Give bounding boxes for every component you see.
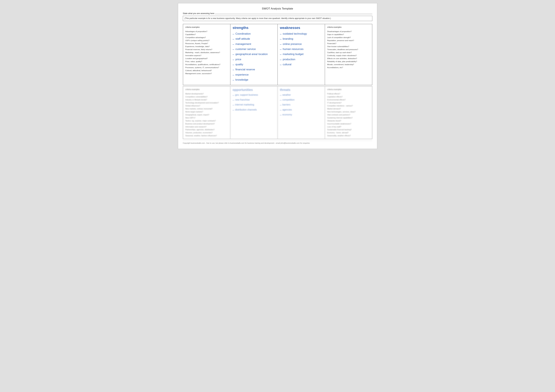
dash-icon: –: [280, 108, 282, 112]
list-item: –economy: [280, 113, 322, 117]
list-item: Lack of competitive strength?: [327, 36, 370, 39]
list-item: –branding: [280, 37, 322, 41]
dash-icon: –: [233, 37, 234, 41]
list-item: Resources, Assets, People?: [185, 42, 228, 45]
bottom-grid: criteria examples Market developments? C…: [183, 86, 372, 139]
page-title: SWOT Analysis Template: [183, 7, 372, 10]
dash-icon: –: [280, 32, 282, 36]
list-item: Cultural, attitudinal, behavioural?: [185, 69, 228, 72]
list-item: Innovative aspects?: [185, 54, 228, 57]
list-item: Location and geographical?: [185, 57, 228, 60]
list-item: Financial reserves, likely returns?: [185, 48, 228, 51]
list-item: Capabilities?: [185, 33, 228, 36]
list-item: New technologies, services, ideas?: [327, 110, 370, 113]
dash-icon: –: [233, 108, 234, 112]
list-item: –distribution channels: [233, 108, 275, 112]
list-item: –quality: [233, 63, 275, 67]
list-item: Environmental effects?: [327, 98, 370, 101]
list-item: Technology development and innovation?: [185, 101, 228, 104]
bottom-left-criteria-header: criteria examples: [185, 88, 228, 91]
list-item: Morale, commitment, leadership?: [327, 63, 370, 66]
top-grid: criteria examples Advantages of proposit…: [183, 24, 372, 85]
strengths-list: –Coordination –staff attitude –managemen…: [233, 32, 275, 82]
top-left-criteria-list: Advantages of proposition? Capabilities?…: [185, 30, 228, 75]
dash-icon: –: [233, 103, 234, 107]
list-item: Competitor intentions - various?: [327, 104, 370, 107]
list-item: Disadvantages of proposition?: [327, 30, 370, 33]
dash-icon: –: [233, 73, 234, 77]
dash-icon: –: [280, 98, 282, 102]
footer-bar: Copyright businessballs.com - free to us…: [183, 141, 372, 144]
dash-icon: –: [233, 58, 234, 62]
bottom-right-criteria-cell: criteria examples Political effects? Leg…: [325, 86, 372, 139]
list-item: Sustainable financial backing?: [327, 128, 370, 131]
list-item: Seasonality, weather effects?: [327, 134, 370, 137]
dash-icon: –: [233, 78, 234, 82]
list-item: Geographical, export, import?: [185, 113, 228, 116]
bottom-left-criteria-cell: criteria examples Market developments? C…: [183, 86, 230, 139]
dash-icon: –: [280, 48, 282, 51]
list-item: –experience: [233, 73, 275, 77]
dash-icon: –: [280, 37, 282, 41]
weaknesses-cell: weaknesses –outdated technology –brandin…: [278, 24, 325, 85]
list-item: –price: [233, 58, 275, 62]
list-item: –financial reserve: [233, 68, 275, 71]
list-item: Accreditations, etc?: [327, 66, 370, 69]
list-item: Vital contracts and partners?: [327, 113, 370, 116]
top-left-criteria-header: criteria examples: [185, 26, 228, 29]
list-item: –management: [233, 42, 275, 46]
list-item: Competitive advantages?: [185, 36, 228, 39]
list-item: Timescales, deadlines and pressures?: [327, 48, 370, 51]
list-item: Niche target markets?: [185, 110, 228, 113]
list-item: Partnerships, agencies, distribution?: [185, 128, 228, 131]
state-label: State what you are assessing here: [183, 12, 214, 14]
list-item: Marketing - reach, distribution, awarene…: [185, 51, 228, 54]
list-item: New markets, vertical, horizontal?: [185, 107, 228, 110]
top-right-criteria-header: criteria examples: [327, 26, 370, 29]
list-item: –production: [280, 58, 322, 62]
list-item: Industry or lifestyle trends?: [185, 98, 228, 101]
dash-icon: –: [280, 93, 282, 97]
strengths-cell: strengths –Coordination –staff attitude …: [230, 24, 278, 85]
dash-icon: –: [280, 63, 282, 67]
dash-icon: –: [280, 113, 282, 117]
dash-icon: –: [233, 43, 234, 46]
opportunities-list: –gov. support business –new franchise –i…: [233, 93, 275, 112]
list-item: Information and research?: [185, 125, 228, 128]
list-item: Gaps in capabilities?: [327, 33, 370, 36]
list-item: Legislative effects?: [327, 95, 370, 98]
list-item: Management cover, succession?: [185, 72, 228, 75]
bottom-right-criteria-header: criteria examples: [327, 88, 370, 91]
list-item: Continuity, supply chain robustness?: [327, 54, 370, 57]
dash-icon: –: [233, 53, 234, 56]
list-item: Political effects?: [327, 92, 370, 95]
top-right-criteria-cell: criteria examples Disadvantages of propo…: [325, 24, 372, 85]
list-item: –agencies: [280, 108, 322, 112]
list-item: Competitors vulnerabilities?: [185, 95, 228, 98]
description-box: (This particular example is for a new bu…: [183, 16, 372, 21]
list-item: Advantages of proposition?: [185, 30, 228, 33]
list-item: –weather: [280, 93, 322, 97]
list-item: –customer service: [233, 47, 275, 51]
list-item: Market demand?: [327, 107, 370, 110]
list-item: New USP's?: [185, 116, 228, 119]
list-item: –knowledge: [233, 78, 275, 82]
list-item: Market developments?: [185, 92, 228, 95]
threats-header: threats: [280, 88, 322, 92]
list-item: Seasonal, weather, fashion influences?: [185, 134, 228, 137]
state-line: State what you are assessing here: [183, 12, 372, 14]
list-item: Reliability of data, plan predictability…: [327, 60, 370, 63]
dash-icon: –: [280, 58, 282, 62]
dash-icon: –: [233, 98, 234, 102]
threats-list: –weather –competition –barriers –agencie…: [280, 93, 322, 117]
list-item: Loss of key staff?: [327, 125, 370, 128]
list-item: –marketing budget: [280, 52, 322, 56]
dash-icon: –: [280, 103, 282, 107]
list-item: Own known vulnerabilities?: [327, 45, 370, 48]
dash-icon: –: [233, 68, 234, 71]
list-item: –new franchise: [233, 98, 275, 102]
list-item: –online presence: [280, 42, 322, 46]
list-item: Experience, knowledge, data?: [185, 45, 228, 48]
bottom-left-criteria-list: Market developments? Competitors vulnera…: [185, 92, 228, 137]
weaknesses-header: weaknesses: [280, 26, 322, 30]
